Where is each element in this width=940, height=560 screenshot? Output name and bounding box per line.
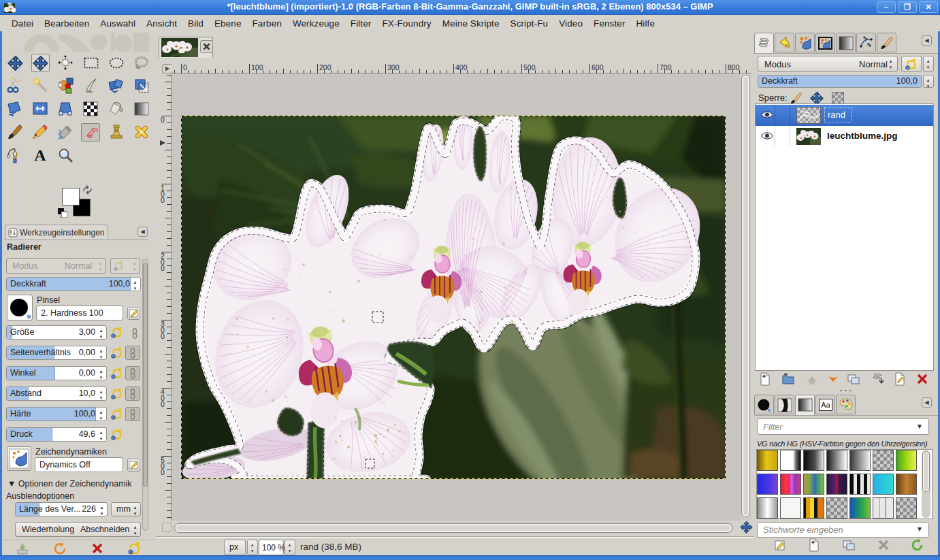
svg-text:700: 700 [660,63,672,71]
svg-text:500: 500 [523,63,536,71]
svg-text:A: A [34,147,46,163]
svg-text:400: 400 [455,63,468,71]
svg-text:600: 600 [591,63,604,71]
svg-text:0: 0 [161,468,165,476]
svg-text:100: 100 [251,63,263,71]
svg-text:300: 300 [387,63,400,71]
svg-text:0: 0 [183,63,187,71]
svg-text:0: 0 [161,264,165,272]
svg-text:0: 0 [161,116,165,124]
svg-text:0: 0 [161,196,165,204]
svg-text:0: 0 [161,400,165,408]
svg-text:P: P [867,42,870,46]
svg-text:0: 0 [161,332,165,340]
svg-text:P: P [865,37,868,42]
svg-text:200: 200 [319,63,331,71]
svg-text:800: 800 [728,63,740,71]
